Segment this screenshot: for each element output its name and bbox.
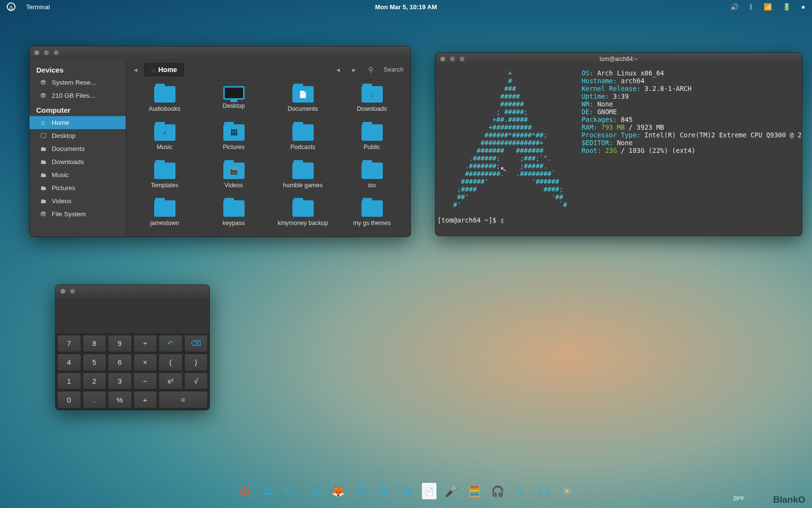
calc-key-3[interactable]: 3 [108, 373, 132, 390]
calc-key-4[interactable]: 4 [57, 354, 81, 371]
folder-icon [154, 200, 175, 217]
sidebar-item-pictures[interactable]: 🖿Pictures [29, 181, 126, 194]
terminal-titlebar[interactable]: tom@arch64:~ [435, 53, 802, 65]
file-item-jamestown[interactable]: jamestown [130, 200, 199, 231]
user-menu-icon[interactable]: ● [801, 3, 805, 11]
sidebar-item-music[interactable]: 🖿Music [29, 168, 126, 181]
minimize-icon[interactable] [70, 289, 75, 294]
calc-key-1[interactable]: 1 [57, 373, 81, 390]
dock-mail-icon[interactable]: 🖵 [283, 483, 300, 500]
dock-mic-icon[interactable]: 🎤 [442, 483, 460, 500]
file-item-keypass[interactable]: keypass [199, 200, 268, 231]
calc-key-x²[interactable]: x² [159, 373, 183, 390]
place-icon: ⌂ [39, 119, 47, 126]
dock-chat-icon[interactable]: ❤ [376, 483, 393, 500]
clock[interactable]: Mon Mar 5, 10:19 AM [375, 3, 437, 11]
dock-pulse-icon[interactable]: ∿ [512, 483, 529, 500]
terminal-output[interactable]: + # ### ##### ###### ; #####; +##.##### … [435, 65, 802, 236]
calc-key-%[interactable]: % [108, 391, 132, 408]
calc-key-6[interactable]: 6 [108, 354, 132, 371]
file-item-downloads[interactable]: ↓Downloads [337, 86, 406, 117]
battery-icon[interactable]: 🔋 [783, 3, 791, 11]
file-manager-toolbar: ◂ ⌂ Home ◂ ▸ ⚲ Search [126, 59, 410, 80]
dock-files-icon[interactable]: 🗂 [260, 483, 277, 500]
calc-key-7[interactable]: 7 [57, 335, 81, 352]
breadcrumb-home[interactable]: ⌂ Home [144, 63, 184, 76]
minimize-icon[interactable] [44, 50, 49, 55]
sidebar-item-documents[interactable]: 🖿Documents [29, 142, 126, 155]
file-item-pictures[interactable]: 🖼Pictures [199, 124, 268, 155]
file-item-label: my gs themes [353, 220, 391, 226]
file-manager-titlebar[interactable] [29, 46, 410, 59]
dock-monitor-icon[interactable]: 🖥 [399, 483, 416, 500]
place-icon: ⛃ [39, 210, 47, 218]
dock-headset-icon[interactable]: 🎧 [489, 483, 506, 500]
sidebar-header-devices: Devices [29, 62, 126, 76]
file-item-documents[interactable]: 📄Documents [268, 86, 337, 117]
calc-key-=[interactable]: = [159, 391, 208, 408]
calc-key-√[interactable]: √ [184, 373, 208, 390]
calc-key-0[interactable]: 0 [57, 391, 81, 408]
file-item-public[interactable]: Public [337, 124, 406, 155]
file-item-videos[interactable]: 🎬Videos [199, 163, 268, 193]
file-item-iso[interactable]: iso [337, 163, 406, 193]
calc-key-.[interactable]: . [83, 391, 107, 408]
maximize-icon[interactable] [460, 57, 464, 61]
dock-chrome-icon[interactable]: ◎ [306, 483, 323, 500]
file-item-label: iso [368, 182, 376, 189]
nav-prev-button[interactable]: ◂ [334, 64, 342, 75]
dock-firefox-icon[interactable]: 🦊 [329, 483, 347, 500]
sidebar-item-210-gb-files-[interactable]: ⛃210 GB Files… [29, 89, 126, 102]
nav-back-button[interactable]: ◂ [132, 64, 139, 75]
calc-key-⌫[interactable]: ⌫ [184, 335, 208, 352]
nav-next-button[interactable]: ▸ [350, 64, 358, 75]
sidebar-item-videos[interactable]: 🖿Videos [29, 194, 126, 208]
wifi-icon[interactable]: 📶 [764, 3, 772, 11]
focused-app-label[interactable]: Terminal [26, 3, 50, 11]
calc-key-5[interactable]: 5 [83, 354, 107, 371]
file-item-my-gs-themes[interactable]: my gs themes [337, 200, 406, 231]
bluetooth-icon[interactable]: ᛒ [749, 3, 753, 11]
calc-key-↶[interactable]: ↶ [159, 335, 183, 352]
file-item-audiobooks[interactable]: Audiobooks [130, 86, 199, 117]
file-item-label: Podcasts [290, 144, 315, 150]
file-item-templates[interactable]: Templates [130, 163, 199, 193]
file-item-kmymoney-backup[interactable]: kmymoney backup [268, 200, 337, 231]
volume-icon[interactable]: 🔊 [730, 3, 739, 11]
dock-power-icon[interactable]: ⏻ [236, 483, 254, 500]
sidebar-item-downloads[interactable]: 🖿Downloads [29, 155, 126, 168]
maximize-icon[interactable] [54, 50, 58, 55]
dock-weather-icon[interactable]: ☀ [558, 483, 576, 500]
file-item-music[interactable]: ♪Music [130, 124, 199, 155]
dock-text-icon[interactable]: 📄 [422, 483, 436, 499]
sidebar-item-system-rese-[interactable]: ⛃System Rese… [29, 76, 126, 89]
search-icon[interactable]: ⚲ [366, 64, 375, 75]
sidebar-item-home[interactable]: ⌂Home [29, 116, 126, 129]
calculator-titlebar[interactable] [56, 285, 209, 298]
close-icon[interactable] [60, 289, 65, 294]
dock-envelope-icon[interactable]: ✉ [352, 483, 370, 500]
calc-key-2[interactable]: 2 [83, 373, 107, 390]
sidebar-item-label: Documents [52, 145, 85, 152]
file-item-podcasts[interactable]: Podcasts [268, 124, 337, 155]
minimize-icon[interactable] [450, 57, 455, 61]
calc-key-9[interactable]: 9 [108, 335, 132, 352]
close-icon[interactable] [440, 57, 445, 61]
calc-key-8[interactable]: 8 [83, 335, 107, 352]
sidebar-item-file-system[interactable]: ⛃File System [29, 208, 126, 221]
dock-display-icon[interactable]: 🖵 [535, 483, 552, 500]
calc-key-([interactable]: ( [159, 354, 183, 371]
sidebar-item-desktop[interactable]: 🖵Desktop [29, 129, 126, 142]
close-icon[interactable] [34, 50, 39, 55]
dock-calc-icon[interactable]: 🧮 [465, 483, 483, 500]
calc-key-−[interactable]: − [133, 373, 158, 390]
calc-key-+[interactable]: + [133, 391, 158, 408]
file-item-humble-games[interactable]: humble games [268, 163, 337, 193]
folder-icon [154, 163, 175, 179]
calc-key-÷[interactable]: ÷ [133, 335, 158, 352]
calc-key-×[interactable]: × [133, 354, 158, 371]
calc-key-)[interactable]: ) [184, 354, 208, 371]
activities-logo[interactable]: △ [7, 2, 15, 11]
search-label[interactable]: Search [384, 66, 404, 73]
file-item-desktop[interactable]: Desktop [199, 86, 268, 117]
